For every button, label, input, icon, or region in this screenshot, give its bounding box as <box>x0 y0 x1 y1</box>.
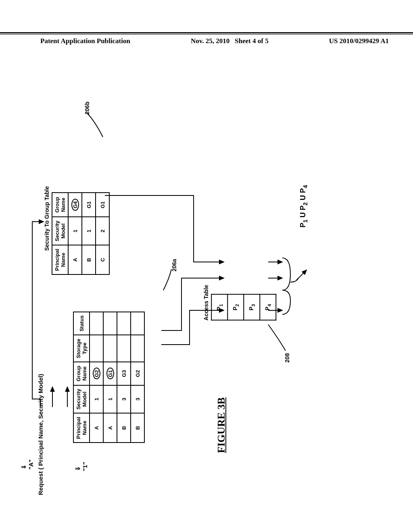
header-center: Nov. 25, 2010 Sheet 4 of 5 <box>191 37 269 45</box>
header-right: US 2010/0299429 A1 <box>329 37 389 45</box>
svg-line-5 <box>296 270 307 280</box>
header-left: Patent Application Publication <box>40 37 130 45</box>
connector-lines <box>0 73 413 496</box>
diagram-area: Security To Group Table Principal Name S… <box>0 73 413 496</box>
page-header: Patent Application Publication Nov. 25, … <box>0 32 413 45</box>
